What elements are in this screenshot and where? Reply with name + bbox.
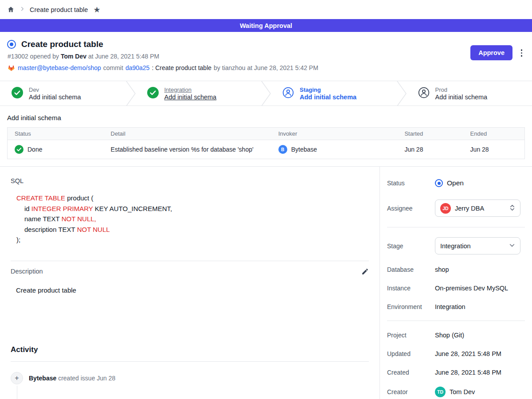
- issue-meta-suffix: at June 28, 2021 5:48 PM: [88, 53, 159, 60]
- status-value: Open: [447, 179, 464, 187]
- commit-word: commit: [103, 64, 123, 71]
- updated-value: June 28, 2021 5:48 PM: [435, 350, 501, 357]
- environment-label: Environment: [387, 303, 435, 310]
- approve-button[interactable]: Approve: [470, 45, 512, 60]
- commit-hash-link[interactable]: da90a25: [125, 64, 150, 71]
- stage-dev[interactable]: Dev Add initial schema: [0, 81, 126, 106]
- creator-avatar: TD: [435, 387, 446, 397]
- stage-separator: [397, 81, 407, 106]
- stage-select[interactable]: Integration: [435, 237, 520, 254]
- commit-message: : Create product table: [152, 64, 211, 71]
- created-value: June 28, 2021 5:48 PM: [435, 369, 501, 376]
- check-circle-icon: [147, 87, 159, 100]
- stage-task-label: Add initial schema: [300, 94, 356, 101]
- sidebar: Status Open Assignee JD Jerry DBA Stage …: [380, 167, 532, 399]
- stage-separator: [261, 81, 271, 106]
- database-label: Database: [387, 266, 435, 273]
- star-icon[interactable]: ★: [93, 5, 100, 15]
- commit-line: master@bytebase-demo/shop commit da90a25…: [7, 64, 525, 72]
- person-circle-icon: [282, 87, 294, 100]
- task-detail: Established baseline version %s for data…: [104, 140, 271, 159]
- stage-task-label[interactable]: Add initial schema: [164, 94, 217, 101]
- sql-label: SQL: [11, 177, 369, 184]
- assignee-value: Jerry DBA: [455, 205, 505, 212]
- stage-env-label: Dev: [29, 86, 81, 93]
- task-table-header-row: Status Detail Invoker Started Ended: [8, 128, 525, 140]
- issue-meta-prefix: #13002 opened by: [8, 53, 59, 60]
- assignee-select[interactable]: JD Jerry DBA: [435, 200, 520, 217]
- created-label: Created: [387, 369, 435, 376]
- stage-env-label[interactable]: Integration: [164, 86, 217, 93]
- breadcrumb-title[interactable]: Create product table: [30, 6, 88, 13]
- activity-heading: Activity: [11, 345, 369, 354]
- timeline-connector: [17, 386, 17, 399]
- gitlab-icon: [7, 64, 16, 72]
- stage-integration[interactable]: Integration Add initial schema: [136, 81, 262, 106]
- edit-pencil-icon[interactable]: [361, 268, 369, 275]
- creator-value: Tom Dev: [450, 388, 475, 395]
- invoker-avatar: B: [278, 145, 287, 154]
- pipeline: Dev Add initial schema Integration Add i…: [0, 81, 532, 106]
- issue-open-icon: [7, 40, 16, 49]
- assignee-label: Assignee: [387, 205, 435, 212]
- divider: [11, 361, 369, 362]
- stage-env-label: Staging: [300, 86, 356, 93]
- database-value: shop: [435, 266, 449, 273]
- stage-prod[interactable]: Prod Add initial schema: [407, 81, 532, 106]
- home-icon[interactable]: [7, 6, 15, 13]
- sql-line: CREATE TABLE product (: [16, 193, 369, 203]
- breadcrumb: Create product table ★: [0, 0, 532, 19]
- status-banner: Waiting Approval: [0, 19, 532, 32]
- left-panel: SQL CREATE TABLE product ( id INTEGER PR…: [0, 167, 380, 399]
- check-circle-icon: [15, 145, 23, 154]
- issue-author: Tom Dev: [61, 53, 86, 60]
- description-text: Create product table: [16, 286, 369, 294]
- status-banner-text: Waiting Approval: [240, 22, 292, 29]
- project-value: Shop (Git): [435, 332, 464, 339]
- task-status: Done: [27, 146, 42, 153]
- col-invoker: Invoker: [271, 128, 398, 140]
- task-section: Add initial schema Status Detail Invoker…: [0, 106, 532, 166]
- project-label: Project: [387, 332, 435, 339]
- stage-env-label: Prod: [435, 86, 488, 93]
- chevron-updown-icon: [509, 204, 515, 212]
- col-ended: Ended: [463, 128, 525, 140]
- task-section-title: Add initial schema: [7, 114, 525, 121]
- task-invoker: Bytebase: [291, 146, 317, 153]
- sql-code: CREATE TABLE product ( id INTEGER PRIMAR…: [16, 193, 369, 245]
- stage-value: Integration: [440, 243, 505, 250]
- instance-value: On-premises Dev MySQL: [435, 285, 508, 292]
- environment-value: Integration: [435, 303, 466, 310]
- sql-line: id INTEGER PRIMARY KEY AUTO_INCREMENT,: [16, 203, 369, 214]
- main-content: SQL CREATE TABLE product ( id INTEGER PR…: [0, 166, 532, 399]
- col-status: Status: [8, 128, 104, 140]
- check-circle-icon: [12, 87, 23, 100]
- col-detail: Detail: [104, 128, 271, 140]
- description-label: Description: [11, 268, 43, 275]
- kebab-menu-icon[interactable]: [519, 47, 524, 59]
- divider: [387, 227, 525, 227]
- issue-meta: #13002 opened by Tom Dev at June 28, 202…: [8, 53, 525, 60]
- stage-label: Stage: [387, 243, 435, 250]
- person-circle-icon: [418, 87, 430, 100]
- plus-icon: +: [11, 372, 23, 384]
- task-row: Done Established baseline version %s for…: [8, 140, 525, 159]
- commit-byline: by tianzhou at June 28, 2021 5:42 PM: [214, 64, 318, 71]
- stage-task-label: Add initial schema: [435, 94, 488, 101]
- task-ended: Jun 28: [463, 140, 525, 159]
- sql-line: description TEXT NOT NULL: [16, 224, 369, 235]
- issue-header: Create product table #13002 opened by To…: [0, 32, 532, 81]
- chevron-down-icon: [509, 242, 515, 250]
- instance-label: Instance: [387, 285, 435, 292]
- task-table: Status Detail Invoker Started Ended Done…: [7, 127, 525, 159]
- chevron-right-icon: [19, 6, 25, 13]
- sql-line: name TEXT NOT NULL,: [16, 214, 369, 224]
- col-started: Started: [397, 128, 463, 140]
- issue-open-icon: [435, 179, 443, 187]
- status-label: Status: [387, 180, 435, 187]
- commit-branch-link[interactable]: master@bytebase-demo/shop: [18, 64, 101, 71]
- creator-label: Creator: [387, 388, 435, 395]
- stage-staging[interactable]: Staging Add initial schema: [271, 81, 397, 106]
- stage-separator: [126, 81, 136, 106]
- activity-item: + Bytebase created issue Jun 28: [11, 372, 369, 384]
